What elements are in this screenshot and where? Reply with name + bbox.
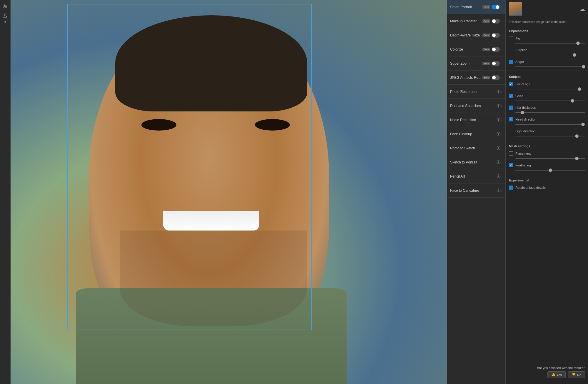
anger-label: Anger: [515, 60, 585, 64]
chevron-icon-depth-aware-haze[interactable]: ›: [501, 34, 502, 37]
left-toolbar: [0, 0, 11, 384]
filter-label-noise-reduction: Noise Reduction: [450, 118, 497, 122]
surprise-slider[interactable]: [515, 55, 585, 55]
chevron-icon-photo-restoration[interactable]: ›: [501, 90, 502, 94]
feedback-question: Are you satisfied with the results?: [537, 366, 585, 370]
light-direction-slider-thumb[interactable]: [575, 134, 579, 138]
beta-badge-makeup-transfer: Beta: [482, 19, 490, 23]
info-icon-face-to-caricature[interactable]: ⓘ: [497, 188, 500, 193]
info-icon-pencil-art[interactable]: ⓘ: [497, 174, 500, 179]
feathering-slider-row: [506, 169, 588, 173]
toggle-colorize[interactable]: [492, 47, 500, 52]
info-icon-dust-scratches[interactable]: ⓘ: [497, 103, 500, 108]
info-icon-photo-to-sketch[interactable]: ⓘ: [497, 146, 500, 151]
info-icon-noise-reduction[interactable]: ⓘ: [497, 117, 500, 123]
filter-item-face-cleanup[interactable]: Face Cleanupⓘ›: [447, 127, 505, 141]
toggle-jpeg-artifacts[interactable]: [492, 75, 500, 80]
light-direction-control-row: Light direction: [506, 127, 588, 135]
filter-item-colorize[interactable]: ColorizeBeta›: [447, 42, 505, 56]
active-indicator: [4, 21, 6, 23]
toggle-super-zoom[interactable]: [492, 61, 500, 66]
chevron-icon-noise-reduction[interactable]: ›: [501, 118, 502, 122]
toggle-depth-aware-haze[interactable]: [492, 33, 500, 38]
filter-item-noise-reduction[interactable]: Noise Reductionⓘ›: [447, 113, 505, 127]
hair-thickness-slider[interactable]: [515, 112, 585, 113]
chevron-icon-super-zoom[interactable]: ›: [501, 62, 502, 65]
anger-slider-thumb[interactable]: [582, 65, 585, 69]
chevron-icon-face-cleanup[interactable]: ›: [501, 132, 502, 136]
filter-item-super-zoom[interactable]: Super ZoomBeta›: [447, 56, 505, 71]
filter-label-sketch-to-portrait: Sketch to Portrait: [450, 160, 497, 164]
filter-item-photo-to-sketch[interactable]: Photo to Sketchⓘ›: [447, 141, 505, 155]
joy-slider[interactable]: [515, 43, 585, 44]
filter-item-makeup-transfer[interactable]: Makeup TransferBeta›: [447, 14, 505, 28]
feedback-section: Are you satisfied with the results? 👍 Ye…: [506, 363, 588, 381]
chevron-icon-face-to-caricature[interactable]: ›: [501, 189, 502, 192]
feathering-slider-thumb[interactable]: [549, 168, 552, 172]
info-icon-sketch-to-portrait[interactable]: ⓘ: [497, 160, 500, 165]
filter-item-face-to-caricature[interactable]: Face to Caricatureⓘ›: [447, 183, 505, 198]
joy-checkbox[interactable]: [509, 36, 513, 40]
anger-checkbox[interactable]: [509, 60, 513, 64]
light-direction-slider[interactable]: [515, 136, 585, 136]
toggle-smart-portrait[interactable]: [492, 5, 500, 9]
feathering-slider[interactable]: [515, 170, 585, 171]
facial-age-slider-thumb[interactable]: [578, 87, 581, 91]
feedback-no-button[interactable]: 👎 No: [568, 371, 585, 378]
feathering-checkbox[interactable]: [509, 163, 513, 167]
retain-unique-checkbox[interactable]: [509, 186, 513, 190]
light-direction-checkbox[interactable]: [509, 129, 513, 133]
filter-label-pencil-art: Pencil Art: [450, 174, 497, 178]
chevron-icon-sketch-to-portrait[interactable]: ›: [501, 161, 502, 164]
joy-slider-thumb[interactable]: [576, 41, 580, 45]
beta-badge-colorize: Beta: [482, 48, 490, 51]
filter-item-smart-portrait[interactable]: Smart PortraitBeta›: [447, 0, 505, 14]
filter-list: Smart PortraitBeta›Makeup TransferBeta›D…: [447, 0, 505, 198]
surprise-checkbox[interactable]: [509, 48, 513, 52]
chevron-icon-jpeg-artifacts[interactable]: ›: [501, 76, 502, 79]
placement-checkbox[interactable]: [509, 151, 513, 156]
head-direction-slider[interactable]: [515, 124, 585, 125]
surprise-slider-row: [506, 54, 588, 58]
head-direction-checkbox[interactable]: [509, 117, 513, 121]
surprise-slider-thumb[interactable]: [573, 53, 576, 57]
chevron-icon-smart-portrait[interactable]: ›: [501, 5, 502, 9]
filter-item-dust-scratches[interactable]: Dust and Scratchesⓘ›: [447, 99, 505, 113]
joy-slider-row: [506, 42, 588, 46]
gaze-slider[interactable]: [515, 101, 585, 101]
science-icon[interactable]: [1, 12, 9, 19]
right-eye: [255, 119, 290, 131]
filter-item-sketch-to-portrait[interactable]: Sketch to Portraitⓘ›: [447, 155, 505, 169]
feathering-control-row: Feathering: [506, 161, 588, 169]
gaze-slider-thumb[interactable]: [571, 99, 574, 103]
light-direction-slider-row: [506, 135, 588, 139]
gaze-checkbox[interactable]: [509, 94, 513, 98]
avatar-face: [509, 2, 522, 16]
chevron-icon-dust-scratches[interactable]: ›: [501, 104, 502, 108]
placement-slider-thumb[interactable]: [575, 157, 579, 160]
chevron-icon-photo-to-sketch[interactable]: ›: [501, 146, 502, 150]
hair-thickness-slider-thumb[interactable]: [521, 111, 524, 114]
facial-age-label: Facial age: [515, 82, 585, 86]
filter-item-pencil-art[interactable]: Pencil Artⓘ›: [447, 169, 505, 183]
joy-label: Joy: [515, 36, 585, 40]
chevron-icon-colorize[interactable]: ›: [501, 48, 502, 51]
info-icon-face-cleanup[interactable]: ⓘ: [497, 131, 500, 137]
hair-thickness-checkbox[interactable]: [509, 106, 513, 110]
filter-item-depth-aware-haze[interactable]: Depth-Aware HazeBeta›: [447, 28, 505, 42]
head-direction-slider-thumb[interactable]: [581, 123, 585, 126]
hair-thickness-control-row: Hair thickness: [506, 103, 588, 112]
facial-age-checkbox[interactable]: [509, 82, 513, 86]
chevron-icon-makeup-transfer[interactable]: ›: [501, 19, 502, 23]
info-icon-photo-restoration[interactable]: ⓘ: [497, 89, 500, 94]
facial-age-slider[interactable]: [515, 89, 585, 89]
filters-icon[interactable]: [1, 2, 9, 10]
filter-item-jpeg-artifacts[interactable]: JPEG Artifacts Re...Beta›: [447, 71, 505, 85]
placement-slider[interactable]: [515, 158, 585, 159]
anger-slider[interactable]: [515, 66, 585, 67]
feedback-yes-button[interactable]: 👍 Yes: [547, 371, 566, 378]
filter-item-photo-restoration[interactable]: Photo Restorationⓘ›: [447, 85, 505, 99]
toggle-makeup-transfer[interactable]: [492, 19, 500, 24]
chevron-icon-pencil-art[interactable]: ›: [501, 175, 502, 178]
anger-control-row: Anger: [506, 58, 588, 66]
